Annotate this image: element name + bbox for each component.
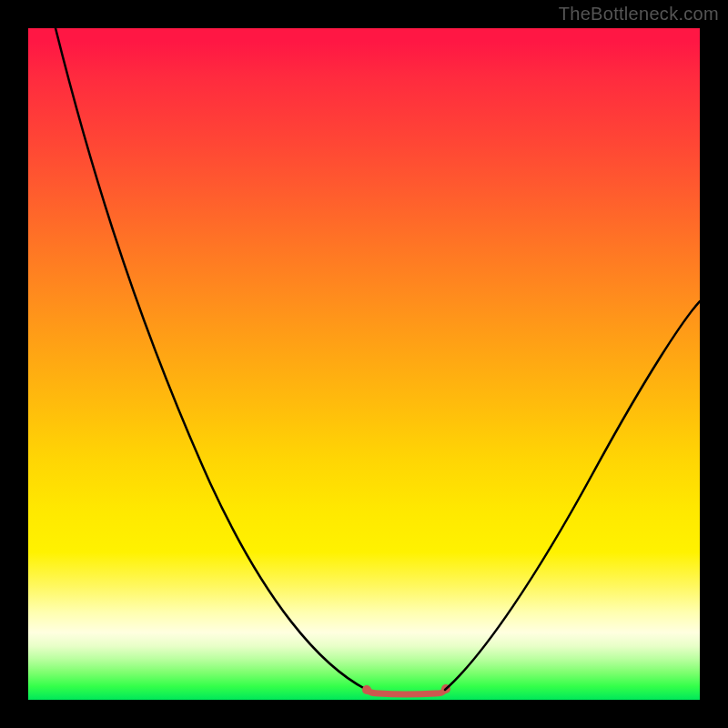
plot-area bbox=[28, 28, 700, 700]
flat-bottom bbox=[367, 690, 445, 694]
curve-overlay bbox=[28, 28, 700, 700]
flat-bottom-cap-left bbox=[362, 685, 371, 694]
left-curve bbox=[56, 28, 367, 690]
watermark-text: TheBottleneck.com bbox=[559, 4, 719, 25]
chart-frame: TheBottleneck.com bbox=[0, 0, 728, 728]
right-curve bbox=[445, 301, 700, 690]
